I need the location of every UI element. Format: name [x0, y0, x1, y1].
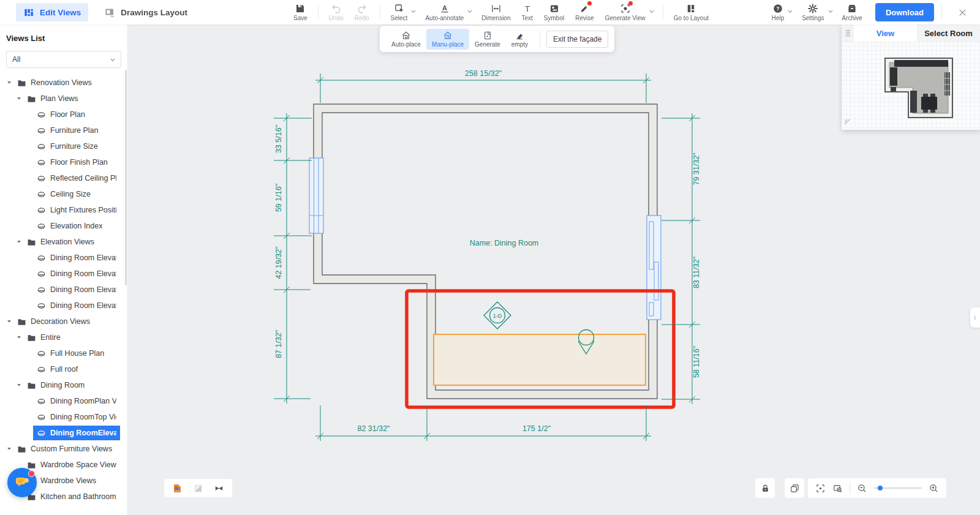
tool-save[interactable]: Save: [288, 3, 313, 21]
facade-tool-empty[interactable]: empty: [506, 29, 533, 50]
tool-dimension[interactable]: Dimension: [476, 3, 516, 21]
fit-view-icon[interactable]: [815, 483, 826, 494]
minimap-tab-select-room[interactable]: Select Room: [917, 24, 980, 42]
zoom-slider-knob[interactable]: [878, 486, 883, 491]
zoom-in-icon[interactable]: [929, 483, 939, 494]
drawing-canvas[interactable]: 1-D Name: Dining Room: [128, 24, 980, 515]
tree-item-elevation-views[interactable]: Elevation Views: [0, 234, 127, 250]
resize-corner-icon[interactable]: [843, 117, 851, 128]
tab-edit-views[interactable]: Edit Views: [16, 3, 88, 21]
minimap-tab-view[interactable]: View: [854, 24, 917, 42]
tree-item-dining-roomplan-views[interactable]: Dining RoomPlan Views: [0, 393, 127, 409]
tree-item-entire[interactable]: Entire: [0, 329, 127, 345]
window-right[interactable]: [647, 216, 661, 320]
tool-text[interactable]: TText: [516, 3, 538, 21]
panel-collapse-toggle[interactable]: [970, 307, 980, 328]
tree-item-body[interactable]: Wardrobe Views: [23, 473, 120, 488]
support-chat-button[interactable]: [7, 468, 37, 497]
tree-item-furniture-plan[interactable]: Furniture Plan: [0, 122, 127, 138]
furniture-axis-icon[interactable]: [214, 483, 224, 494]
tree-item-custom-furniture-views[interactable]: Custom Furniture Views: [0, 441, 127, 457]
tree-item-body[interactable]: Elevation Index: [33, 219, 120, 233]
sidebar-scrollbar[interactable]: [125, 70, 127, 285]
tree-item-ceiling-size[interactable]: Ceiling Size: [0, 186, 127, 202]
tool-revise[interactable]: Revise: [570, 3, 600, 21]
tree-item-body[interactable]: Dining RoomPlan Views: [33, 394, 120, 408]
tree-item-body[interactable]: Dining RoomTop View: [33, 410, 120, 424]
tool-symbol[interactable]: Symbol: [538, 3, 570, 21]
tree-item-floor-finish-plan[interactable]: Floor Finish Plan: [0, 154, 127, 170]
tree-item-body[interactable]: Custom Furniture Views: [13, 442, 120, 456]
facade-tool-manu-place[interactable]: Manu-place: [426, 29, 469, 50]
tree-item-body[interactable]: Dining Room: [23, 378, 120, 393]
tree-item-dining-room[interactable]: Dining Room: [0, 377, 127, 393]
window-left[interactable]: [309, 158, 323, 233]
tree-item-body[interactable]: Kitchen and Bathroom Vi...: [23, 489, 120, 504]
tree-expand-caret[interactable]: [5, 81, 13, 85]
tree-expand-caret[interactable]: [15, 240, 23, 244]
close-icon[interactable]: [953, 3, 971, 21]
tool-settings[interactable]: Settings: [796, 3, 836, 21]
tree-item-dining-roomelevation[interactable]: Dining RoomElevation ...: [0, 425, 127, 441]
tool-auto-annotate[interactable]: AAuto-annotate: [420, 3, 476, 21]
elevation-marker-1d[interactable]: 1-D: [484, 302, 511, 329]
tree-item-body[interactable]: Floor Finish Plan: [33, 155, 120, 170]
tab-drawings-layout[interactable]: Drawings Layout: [97, 3, 195, 21]
views-filter-select[interactable]: All: [6, 51, 121, 68]
tree-item-body[interactable]: Dining Room Elevation...: [33, 250, 120, 265]
tool-archive[interactable]: Archive: [837, 3, 868, 21]
tree-item-full-roof[interactable]: Full roof: [0, 361, 127, 377]
zoom-out-icon[interactable]: [857, 483, 867, 494]
tree-item-body[interactable]: Furniture Size: [33, 139, 120, 154]
tree-item-reflected-ceiling-plan[interactable]: Reflected Ceiling Plan: [0, 170, 127, 186]
duplicate-view-button[interactable]: [785, 478, 804, 498]
tool-help[interactable]: ?Help: [766, 3, 797, 21]
tree-item-body[interactable]: Dining Room Elevation...: [33, 298, 120, 313]
tree-item-light-fixtures-position[interactable]: Light Fixtures Position: [0, 202, 127, 218]
tree-item-body[interactable]: Dining Room Elevation...: [33, 266, 120, 281]
tree-expand-caret[interactable]: [15, 336, 23, 339]
tree-item-dining-room-elevation[interactable]: Dining Room Elevation...: [0, 298, 127, 314]
tree-item-dining-room-elevation[interactable]: Dining Room Elevation...: [0, 282, 127, 298]
half-fill-icon[interactable]: [193, 483, 203, 494]
tree-item-body[interactable]: Decoration Views: [13, 314, 120, 329]
tree-item-body[interactable]: Plan Views: [23, 91, 120, 106]
drag-handle-icon[interactable]: [842, 24, 854, 42]
tree-item-body[interactable]: Wardrobe Space Views: [23, 457, 120, 472]
tree-item-body[interactable]: Full roof: [33, 362, 120, 377]
tree-item-body[interactable]: Ceiling Size: [33, 187, 120, 201]
exit-facade-button[interactable]: Exit the façade: [546, 31, 608, 48]
tool-select[interactable]: Select: [385, 3, 420, 21]
tree-expand-caret[interactable]: [5, 320, 13, 323]
facade-tool-auto-place[interactable]: Auto-place: [386, 29, 426, 50]
tree-item-floor-plan[interactable]: Floor Plan: [0, 107, 127, 122]
tree-item-dining-room-elevation[interactable]: Dining Room Elevation...: [0, 250, 127, 266]
tree-item-decoration-views[interactable]: Decoration Views: [0, 314, 127, 329]
lock-button[interactable]: [755, 478, 775, 498]
tree-item-body[interactable]: Furniture Plan: [33, 123, 120, 138]
tree-expand-caret[interactable]: [15, 383, 23, 387]
tree-item-body[interactable]: Full House Plan: [33, 346, 120, 361]
tree-expand-caret[interactable]: [15, 97, 23, 100]
tree-item-plan-views[interactable]: Plan Views: [0, 91, 127, 107]
tree-item-dining-roomtop-view[interactable]: Dining RoomTop View: [0, 409, 127, 425]
tree-item-body[interactable]: Entire: [23, 330, 120, 345]
tree-item-body[interactable]: Dining RoomElevation ...: [33, 426, 120, 440]
tree-item-furniture-size[interactable]: Furniture Size: [0, 138, 127, 154]
facade-tool-generate[interactable]: Generate: [469, 29, 506, 50]
tool-undo[interactable]: Undo: [323, 3, 349, 21]
tree-item-full-house-plan[interactable]: Full House Plan: [0, 345, 127, 361]
tool-generate-view[interactable]: Generate View: [600, 3, 658, 21]
tree-item-body[interactable]: Floor Plan: [33, 107, 120, 122]
tree-item-body[interactable]: Renovation Views: [13, 75, 120, 90]
zoom-slider[interactable]: [874, 487, 922, 489]
minimap-view[interactable]: [842, 42, 980, 130]
tool-redo[interactable]: Redo: [349, 3, 375, 21]
tree-item-body[interactable]: Dining Room Elevation...: [33, 282, 120, 297]
zoom-region-icon[interactable]: [832, 483, 843, 494]
tree-item-body[interactable]: Light Fixtures Position: [33, 203, 120, 217]
tree-item-renovation-views[interactable]: Renovation Views: [0, 75, 127, 91]
tree-expand-caret[interactable]: [5, 447, 13, 451]
tree-item-elevation-index[interactable]: Elevation Index: [0, 218, 127, 234]
tree-item-dining-room-elevation[interactable]: Dining Room Elevation...: [0, 266, 127, 282]
